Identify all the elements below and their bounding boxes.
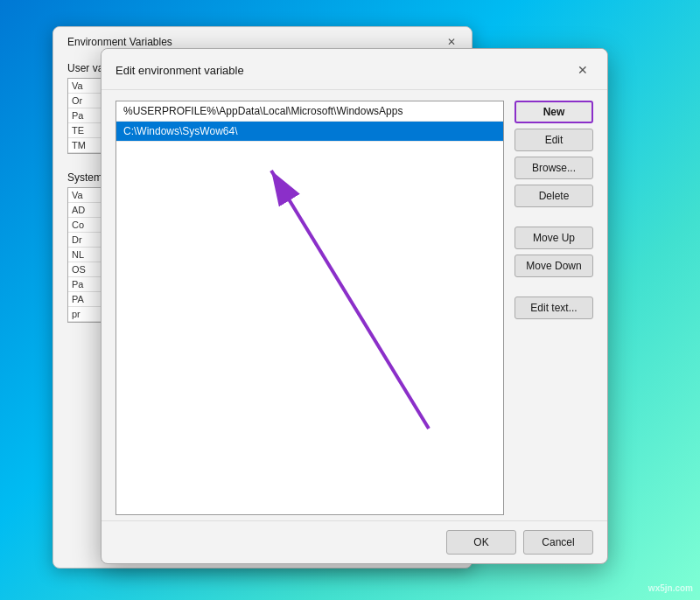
cancel-button[interactable]: Cancel bbox=[523, 530, 593, 555]
edit-dialog: Edit environment variable ✕ %USERPROFILE… bbox=[101, 48, 608, 564]
edit-dialog-titlebar: Edit environment variable ✕ bbox=[102, 49, 607, 90]
edit-dialog-title: Edit environment variable bbox=[116, 64, 244, 77]
browse-button[interactable]: Browse... bbox=[514, 157, 593, 179]
watermark: wx5jn.com bbox=[648, 583, 693, 593]
new-button[interactable]: New bbox=[514, 101, 593, 123]
list-item-selected[interactable]: C:\Windows\SysWow64\ bbox=[116, 122, 503, 142]
edit-dialog-body: %USERPROFILE%\AppData\Local\Microsoft\Wi… bbox=[102, 90, 607, 526]
env-vars-close-btn[interactable]: ✕ bbox=[445, 36, 458, 48]
move-up-button[interactable]: Move Up bbox=[514, 227, 593, 249]
list-item[interactable]: %USERPROFILE%\AppData\Local\Microsoft\Wi… bbox=[116, 101, 503, 122]
env-vars-title: Environment Variables bbox=[67, 36, 172, 48]
move-down-button[interactable]: Move Down bbox=[514, 255, 593, 277]
ok-button[interactable]: OK bbox=[446, 530, 516, 555]
titlebar-controls: ✕ bbox=[445, 36, 458, 48]
edit-text-button[interactable]: Edit text... bbox=[514, 297, 593, 319]
edit-dialog-footer: OK Cancel bbox=[102, 520, 607, 563]
delete-button[interactable]: Delete bbox=[514, 185, 593, 207]
edit-button[interactable]: Edit bbox=[514, 129, 593, 151]
path-list[interactable]: %USERPROFILE%\AppData\Local\Microsoft\Wi… bbox=[116, 101, 504, 515]
buttons-panel: New Edit Browse... Delete Move Up Move D… bbox=[514, 101, 593, 515]
edit-dialog-close-btn[interactable]: ✕ bbox=[572, 59, 593, 80]
